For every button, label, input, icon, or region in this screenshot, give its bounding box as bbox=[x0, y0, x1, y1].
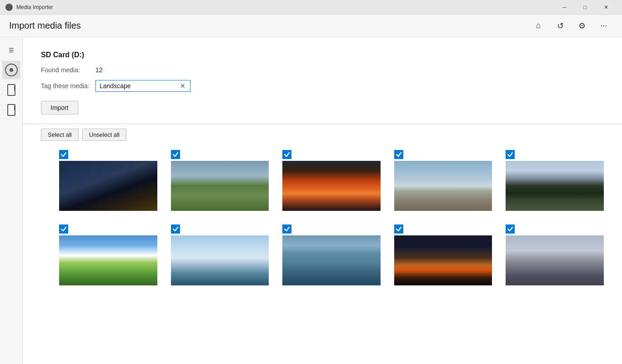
image-checkbox-10[interactable] bbox=[506, 224, 515, 234]
close-button[interactable]: ✕ bbox=[596, 0, 617, 15]
image-thumb-6 bbox=[59, 235, 157, 285]
tag-label: Tag these media: bbox=[41, 82, 95, 90]
settings-button[interactable]: ⚙ bbox=[573, 17, 591, 35]
source-title: SD Card (D:) bbox=[41, 51, 604, 59]
app-header: Import media files ⌂ ↺ ⚙ ··· bbox=[0, 15, 622, 37]
page-title: Import media files bbox=[9, 20, 529, 31]
checkbox-row-10 bbox=[506, 224, 604, 234]
checkbox-row-4 bbox=[394, 150, 492, 159]
image-thumb-2 bbox=[171, 161, 269, 211]
import-panel: SD Card (D:) Found media: 12 Tag these m… bbox=[23, 37, 622, 124]
refresh-button[interactable]: ↺ bbox=[551, 17, 569, 35]
image-item-2[interactable] bbox=[171, 150, 269, 211]
image-item-3[interactable] bbox=[282, 150, 381, 211]
checkbox-row-6 bbox=[59, 224, 157, 234]
card1-icon bbox=[7, 84, 15, 96]
image-checkbox-8[interactable] bbox=[282, 224, 291, 234]
sidebar: ☰ bbox=[0, 37, 23, 364]
sidebar-item-disk[interactable] bbox=[2, 61, 20, 79]
image-item-6[interactable] bbox=[59, 224, 157, 285]
image-checkbox-3[interactable] bbox=[282, 150, 291, 159]
checkbox-row-2 bbox=[171, 150, 269, 159]
image-thumb-7 bbox=[171, 235, 269, 285]
checkbox-row-7 bbox=[171, 224, 269, 234]
image-checkbox-1[interactable] bbox=[59, 150, 68, 159]
hamburger-icon: ☰ bbox=[9, 47, 14, 54]
more-button[interactable]: ··· bbox=[595, 17, 613, 35]
image-item-10[interactable] bbox=[506, 224, 604, 285]
disk-icon bbox=[5, 64, 18, 76]
image-checkbox-7[interactable] bbox=[171, 224, 180, 234]
image-checkbox-6[interactable] bbox=[59, 224, 68, 234]
found-media-count: 12 bbox=[95, 66, 103, 74]
image-checkbox-5[interactable] bbox=[506, 150, 515, 159]
image-grid-wrapper[interactable] bbox=[23, 145, 622, 364]
image-thumb-1 bbox=[59, 161, 157, 211]
tag-clear-button[interactable]: ✕ bbox=[179, 82, 186, 90]
minimize-button[interactable]: ─ bbox=[554, 0, 575, 15]
window-title: Media Importer bbox=[16, 4, 554, 10]
sidebar-item-card2[interactable] bbox=[2, 101, 20, 119]
home-button[interactable]: ⌂ bbox=[529, 17, 547, 35]
image-grid bbox=[59, 145, 604, 285]
image-checkbox-4[interactable] bbox=[394, 150, 403, 159]
image-thumb-10 bbox=[506, 235, 604, 285]
found-media-label: Found media: bbox=[41, 66, 95, 74]
selection-bar: Select all Unselect all bbox=[23, 124, 622, 145]
maximize-button[interactable]: □ bbox=[575, 0, 596, 15]
image-item-9[interactable] bbox=[394, 224, 492, 285]
import-button[interactable]: Import bbox=[41, 101, 78, 115]
card2-icon bbox=[7, 104, 15, 116]
titlebar: Media Importer ─ □ ✕ bbox=[0, 0, 622, 15]
checkbox-row-9 bbox=[394, 224, 492, 234]
checkbox-row-1 bbox=[59, 150, 157, 159]
image-item-5[interactable] bbox=[506, 150, 604, 211]
select-all-button[interactable]: Select all bbox=[41, 129, 79, 141]
image-item-1[interactable] bbox=[59, 150, 157, 211]
unselect-all-button[interactable]: Unselect all bbox=[82, 129, 126, 141]
image-thumb-5 bbox=[506, 161, 604, 211]
content-area: SD Card (D:) Found media: 12 Tag these m… bbox=[23, 37, 622, 364]
tag-row: Tag these media: ✕ bbox=[41, 80, 604, 92]
main-layout: ☰ SD Card (D:) Found media: 12 Tag these… bbox=[0, 37, 622, 364]
image-thumb-8 bbox=[282, 235, 381, 285]
app-icon bbox=[5, 4, 13, 11]
image-thumb-3 bbox=[282, 161, 381, 211]
checkbox-row-8 bbox=[282, 224, 381, 234]
tag-input-wrapper: ✕ bbox=[95, 80, 191, 92]
image-item-7[interactable] bbox=[171, 224, 269, 285]
header-actions: ⌂ ↺ ⚙ ··· bbox=[529, 17, 613, 35]
image-item-8[interactable] bbox=[282, 224, 381, 285]
sidebar-item-card1[interactable] bbox=[2, 81, 20, 99]
found-media-row: Found media: 12 bbox=[41, 66, 604, 74]
image-item-4[interactable] bbox=[394, 150, 492, 211]
image-checkbox-9[interactable] bbox=[394, 224, 403, 234]
sidebar-menu-button[interactable]: ☰ bbox=[2, 41, 20, 59]
tag-input[interactable] bbox=[100, 82, 179, 90]
image-thumb-9 bbox=[394, 235, 492, 285]
window-controls: ─ □ ✕ bbox=[554, 0, 617, 15]
checkbox-row-3 bbox=[282, 150, 381, 159]
image-checkbox-2[interactable] bbox=[171, 150, 180, 159]
checkbox-row-5 bbox=[506, 150, 604, 159]
image-thumb-4 bbox=[394, 161, 492, 211]
